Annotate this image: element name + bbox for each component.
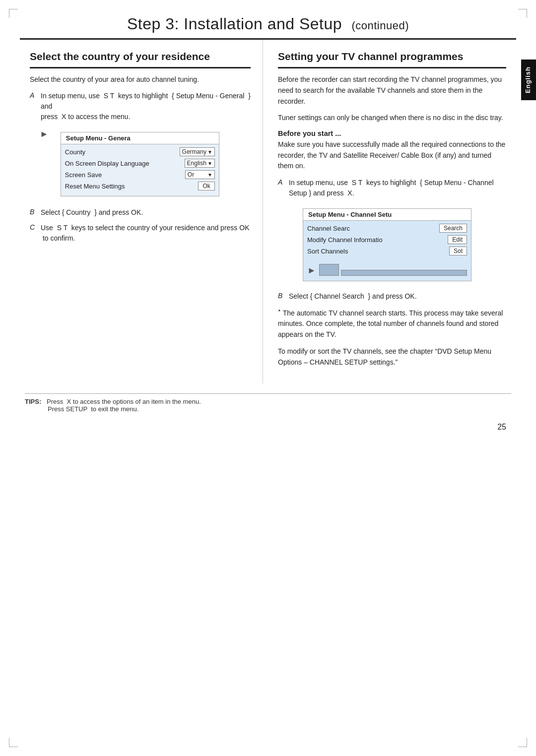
- right-section-heading: Setting your TV channel programmes: [278, 50, 506, 68]
- right-column: Setting your TV channel programmes Befor…: [263, 40, 511, 383]
- page-title: Step 3: Installation and Setup (continue…: [50, 15, 486, 33]
- channel-row-label-2: Sort Channels: [307, 248, 449, 255]
- setup-menu-box: Setup Menu - Genera County Germany▼ On S…: [61, 132, 219, 196]
- setup-box-body: County Germany▼ On Screen Display Langua…: [61, 144, 219, 196]
- left-column: Select the country of your residence Sel…: [25, 40, 263, 383]
- corner-bottom-left: [9, 738, 18, 747]
- main-content: Select the country of your residence Sel…: [0, 40, 536, 383]
- channel-box-title: Setup Menu - Channel Setu: [303, 209, 471, 221]
- right-para3: Make sure you have successfully made all…: [278, 139, 506, 172]
- setup-row-label-0: County: [65, 148, 180, 156]
- right-step-b-text: Select { Channel Search } and press OK.: [289, 291, 506, 302]
- channel-row-label-1: Modify Channel Informatio: [307, 236, 448, 244]
- channel-row-0: Channel Searc Search: [307, 224, 467, 233]
- setup-row-btn-3: Ok: [198, 182, 214, 190]
- setup-box-title: Setup Menu - Genera: [61, 132, 219, 144]
- channel-menu-box: Setup Menu - Channel Setu Channel Searc …: [303, 208, 471, 281]
- tips-label: TIPS:: [25, 398, 41, 405]
- setup-row-label-1: On Screen Display Language: [65, 160, 185, 167]
- setup-row-label-3: Reset Menu Settings: [65, 183, 199, 190]
- channel-row-1: Modify Channel Informatio Edit: [307, 235, 467, 244]
- setup-row-value-1: English▼: [185, 159, 215, 168]
- step-a-text: In setup menu, use S T keys to highlight…: [41, 91, 251, 122]
- setup-row-0: County Germany▼: [65, 147, 215, 156]
- setup-row-2: Screen Save Or▼: [65, 170, 215, 179]
- setup-row-label-2: Screen Save: [65, 171, 185, 179]
- corner-top-left: [9, 9, 18, 18]
- left-intro: Select the country of your area for auto…: [30, 74, 251, 85]
- right-para4: ‣ The automatic TV channel search starts…: [278, 307, 506, 340]
- channel-row-btn-0: Search: [439, 224, 467, 233]
- step-b-letter: B: [30, 208, 39, 216]
- tips-section: TIPS: Press X to access the options of a…: [25, 393, 511, 413]
- right-para5: To modify or sort the TV channels, see t…: [278, 346, 506, 368]
- right-step-a: A In setup menu, use S T keys to highlig…: [278, 178, 506, 198]
- setup-row-1: On Screen Display Language English▼: [65, 159, 215, 168]
- before-start: Before you start ...: [278, 129, 506, 137]
- step-b-text: Select { Country } and press OK.: [41, 207, 251, 218]
- corner-top-right: [518, 9, 527, 18]
- right-para2: Tuner settings can only be changed when …: [278, 113, 506, 124]
- setup-row-3: Reset Menu Settings Ok: [65, 182, 215, 190]
- left-step-a: A In setup menu, use S T keys to highlig…: [30, 91, 251, 122]
- right-step-b-letter: B: [278, 292, 287, 300]
- left-section-heading: Select the country of your residence: [30, 50, 251, 68]
- arrow-indicator-right: ►: [307, 265, 316, 276]
- page-header: Step 3: Installation and Setup (continue…: [20, 0, 516, 40]
- right-para1: Before the recorder can start recording …: [278, 74, 506, 107]
- step-c-letter: C: [30, 223, 39, 231]
- left-step-b: B Select { Country } and press OK.: [30, 207, 251, 218]
- channel-row-btn-2: Sot: [449, 247, 467, 255]
- step-c-text: Use S T keys to select the country of yo…: [41, 223, 251, 244]
- channel-row-label-0: Channel Searc: [307, 225, 439, 232]
- arrow-indicator-left: ►: [40, 129, 49, 139]
- left-step-c: C Use S T keys to select the country of …: [30, 223, 251, 244]
- channel-row-2: Sort Channels Sot: [307, 247, 467, 255]
- tips-line2: Press SETUP to exit the menu.: [48, 405, 138, 413]
- setup-row-value-0: Germany▼: [180, 147, 215, 156]
- right-step-a-letter: A: [278, 178, 287, 186]
- language-tab: English: [521, 60, 536, 100]
- channel-box-bottom: ►: [307, 258, 467, 278]
- tips-line1: Press X to access the options of an item…: [43, 398, 201, 405]
- right-step-a-text: In setup menu, use S T keys to highlight…: [289, 178, 506, 198]
- setup-row-value-2: Or▼: [185, 170, 215, 179]
- corner-bottom-right: [518, 738, 527, 747]
- channel-row-btn-1: Edit: [448, 235, 467, 244]
- page-number: 25: [0, 418, 536, 441]
- right-step-b: B Select { Channel Search } and press OK…: [278, 291, 506, 302]
- step-a-letter: A: [30, 91, 39, 99]
- channel-box-body: Channel Searc Search Modify Channel Info…: [303, 221, 471, 281]
